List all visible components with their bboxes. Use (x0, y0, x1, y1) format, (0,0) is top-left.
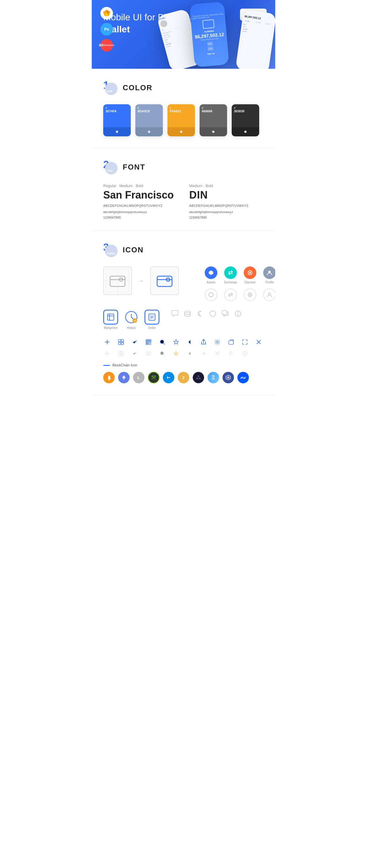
svg-point-13 (248, 293, 252, 297)
plus-icon (103, 338, 111, 346)
nav-icon-assets: Assets (205, 267, 217, 284)
svg-point-14 (249, 294, 251, 296)
crescent-icon (196, 310, 204, 318)
management-icon (103, 310, 118, 324)
profile-icon (263, 267, 275, 279)
nav-icons-group: Assets Exchange (205, 267, 275, 301)
svg-point-11 (249, 272, 251, 274)
svg-rect-36 (118, 342, 121, 345)
content-area: 1 ONE COLOR # 3574FA # 8DA0C8 (92, 69, 275, 395)
ps-badge: Ps (101, 23, 113, 35)
icon-construction: → (103, 267, 179, 295)
box-arrow-icon (227, 338, 235, 346)
svg-rect-34 (118, 339, 121, 342)
svg-rect-44 (146, 343, 148, 344)
svg-rect-16 (108, 314, 114, 320)
zcash-icon: Z (178, 372, 189, 383)
phone-2: Character may be measured in the great m… (190, 1, 229, 67)
history-icon (124, 310, 139, 324)
sketch-badge (101, 7, 113, 20)
svg-point-31 (238, 312, 238, 313)
svg-rect-52 (229, 341, 233, 344)
app-icon-order: Order (144, 310, 160, 330)
svg-point-15 (269, 293, 271, 295)
icon-row-1: → (103, 267, 264, 301)
nav-icon-discover-outline (244, 288, 256, 301)
star-icon (172, 338, 180, 346)
litecoin-icon: Ł (133, 372, 144, 383)
phone-3: + ··· $6,297,502.12 12-298 708-2003 564,… (235, 9, 275, 69)
assets-icon (205, 267, 217, 279)
stack-icon (184, 310, 192, 318)
arrow-right-icon: → (138, 277, 144, 284)
tool-icons-gray (103, 349, 264, 358)
svg-rect-8 (157, 276, 172, 286)
section-header-color: 1 ONE COLOR (103, 80, 264, 95)
swatch-black: # 303030 (232, 104, 259, 136)
nav-icon-discover: Discover (244, 267, 256, 284)
swatch-orange: # F5A623 (167, 104, 195, 136)
crypto-icons-row: Ł Z (103, 372, 264, 383)
svg-text:Ł: Ł (137, 375, 140, 380)
nav-icon-profile: Profile (263, 267, 275, 284)
search-icon[interactable] (158, 338, 166, 346)
app-icon-management: Mangment (103, 310, 118, 330)
svg-text:Z: Z (182, 376, 185, 380)
check-icon (131, 338, 139, 346)
blockchain-line-accent (103, 365, 110, 366)
svg-point-12 (269, 271, 271, 273)
app-icon-history: History (124, 310, 139, 330)
ethereum-icon (118, 372, 130, 383)
screens-badge: 60+ Screens (101, 39, 113, 52)
icon-guide-box (103, 267, 132, 295)
svg-rect-59 (118, 354, 121, 356)
nuls-icon (223, 372, 234, 383)
blockchain-label: BlockChain Icon (103, 363, 264, 367)
neo-icon (148, 372, 160, 383)
svg-rect-25 (172, 311, 178, 315)
svg-rect-42 (146, 340, 148, 341)
svg-point-20 (133, 318, 137, 323)
icon-final-box (150, 267, 179, 295)
settings-icon[interactable] (213, 338, 221, 346)
nav-icon-assets-outline (205, 288, 217, 301)
svg-rect-60 (121, 354, 123, 356)
section-header-icon: 3 THREE ICON (103, 242, 264, 257)
font-sf: Regular · Medium · Bold San Francisco AB… (103, 184, 178, 219)
section-header-font: 2 TWO FONT (103, 160, 264, 175)
chat-icon (171, 310, 179, 318)
circle-icon (209, 310, 217, 318)
svg-rect-43 (149, 340, 150, 341)
assets-outline-icon (205, 288, 217, 301)
svg-rect-46 (150, 344, 151, 345)
back-icon[interactable] (186, 338, 194, 346)
share-icon[interactable] (200, 338, 207, 346)
svg-line-81 (198, 376, 200, 378)
svg-line-80 (197, 376, 198, 378)
hero-section: Mobile UI for Blockchain Wallet UI Kit P… (92, 0, 275, 69)
discover-icon (244, 267, 256, 279)
resize-icon (241, 338, 249, 346)
svg-line-50 (163, 343, 165, 345)
font-section: 2 TWO FONT Regular · Medium · Bold San F… (92, 148, 275, 231)
svg-point-26 (185, 311, 190, 313)
order-icon (144, 310, 160, 324)
svg-line-64 (163, 355, 165, 356)
svg-rect-57 (118, 351, 121, 353)
close-icon[interactable] (255, 338, 263, 346)
phones-mockup: Profile AI Management Message Red Card N… (161, 0, 275, 69)
app-icons-row: Mangment History (103, 310, 264, 330)
grid-edit-icon (117, 338, 125, 346)
font-title: FONT (123, 163, 145, 172)
font-din: Medium · Bold DIN ABCDEFGHIJKLMNOPQRSTUV… (189, 184, 264, 219)
nav-icon-profile-outline (263, 288, 275, 301)
section-num-3: 3 THREE (103, 242, 118, 257)
svg-point-51 (217, 341, 218, 343)
icon-title: ICON (123, 246, 144, 254)
discover-outline-icon (244, 288, 256, 301)
svg-point-27 (210, 311, 216, 316)
section-num-2: 2 TWO (103, 160, 118, 175)
nav-icon-exchange-outline (224, 288, 237, 301)
dash-icon (163, 372, 174, 383)
profile-outline-icon (263, 288, 275, 301)
